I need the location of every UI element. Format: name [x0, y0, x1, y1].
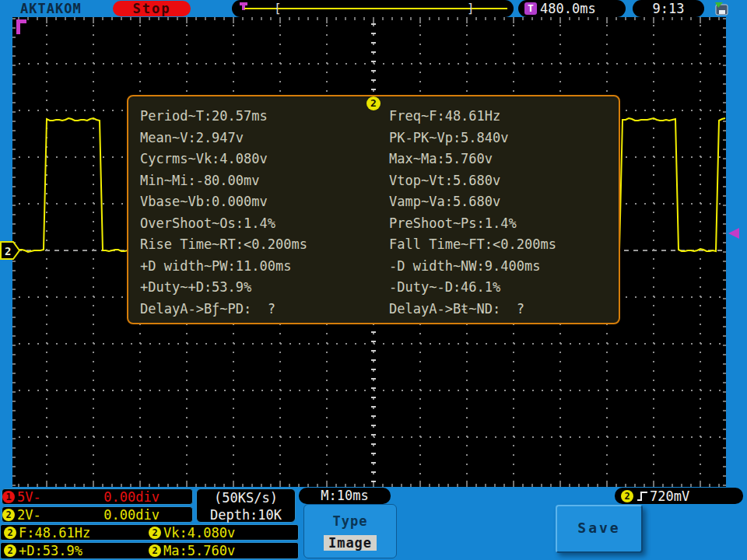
- measure-row: Vbase~Vb:0.000mvVamp~Va:5.680v: [140, 191, 556, 213]
- quick-measure-value: F:48.61Hz: [19, 525, 90, 541]
- save-button[interactable]: Save: [556, 505, 643, 553]
- channel1-badge: 1: [2, 491, 15, 503]
- channel1-scale: 5V-: [17, 489, 41, 505]
- acquisition-status-badge: Stop: [113, 1, 191, 16]
- memory-window-indicator: [ ]: [232, 0, 514, 17]
- measure-row: Period~T:20.57msFreq~F:48.61Hz: [140, 106, 556, 128]
- measure-row: DelayA->Bƒ~PD: ?DelayA->Bŧ~ND: ?: [140, 299, 556, 320]
- measure-row: +Duty~+D:53.9%-Duty~-D:46.1%: [140, 277, 556, 299]
- trigger-position-marker-icon: [16, 19, 30, 36]
- oscilloscope-screen: AKTAKOM Stop [ ] T 480.0ms 9:13 2: [0, 0, 747, 560]
- measure-channel-badge: 2: [4, 544, 16, 557]
- trigger-level-marker-icon: [726, 226, 742, 240]
- channel1-position: 0.00div: [103, 489, 160, 505]
- memory-depth: Depth:10K: [197, 506, 295, 523]
- type-menu-button[interactable]: Type Image: [303, 504, 397, 558]
- brand-logo: AKTAKOM: [20, 1, 82, 16]
- measure-channel-badge: 2: [4, 527, 16, 539]
- quick-measure-row: 2F:48.61Hz 2Vk:4.080v: [0, 524, 299, 541]
- measure-channel-badge: 2: [149, 527, 161, 539]
- trigger-icon: T: [524, 2, 537, 15]
- trigger-delay-readout: T 480.0ms: [518, 0, 626, 17]
- clock-readout: 9:13: [633, 0, 704, 17]
- trigger-level-readout: 2 720mV: [615, 488, 743, 504]
- quick-measure-row: 2+D:53.9% 2Ma:5.760v: [0, 542, 299, 559]
- quick-measure-value: +D:53.9%: [19, 543, 82, 558]
- measure-row: +D width~PW:11.00ms-D width~NW:9.400ms: [140, 256, 556, 278]
- measure-row: Rise Time~RT:<0.200msFall Time~FT:<0.200…: [140, 234, 556, 256]
- type-menu-selected-value[interactable]: Image: [324, 535, 377, 551]
- quick-measure-value: Vk:4.080v: [163, 525, 235, 541]
- window-right-bracket: ]: [467, 1, 475, 16]
- window-left-bracket: [: [274, 1, 282, 16]
- measure-channel-badge: 2: [149, 544, 161, 557]
- channel2-status-box: 2 2V- 0.00div: [2, 506, 193, 523]
- channel2-marker-label: 2: [5, 245, 11, 257]
- measure-row: Min~Mi:-80.00mvVtop~Vt:5.680v: [140, 170, 556, 192]
- trigger-source-badge: 2: [621, 490, 633, 502]
- channel2-scale: 2V-: [17, 507, 41, 523]
- measure-rows: Period~T:20.57msFreq~F:48.61Hz Mean~V:2.…: [140, 106, 556, 320]
- channel2-level-marker: 2: [0, 241, 21, 260]
- sample-rate: (50KS/s): [197, 489, 295, 506]
- acquisition-status-box: (50KS/s) Depth:10K: [196, 488, 296, 523]
- channel2-position: 0.00div: [103, 507, 160, 523]
- channel2-badge: 2: [2, 509, 15, 521]
- rising-edge-icon: [636, 490, 650, 502]
- type-menu-label: Type: [304, 513, 396, 529]
- measure-row: OverShoot~Os:1.4%PreShoot~Ps:1.4%: [140, 213, 556, 235]
- bottom-status-bar: 1 5V- 0.00div 2 2V- 0.00div (50KS/s) Dep…: [0, 487, 747, 560]
- timebase-readout: M:10ms: [299, 488, 391, 504]
- storage-disk-icon: [713, 1, 731, 16]
- trigger-level-value: 720mV: [650, 488, 689, 504]
- channel1-status-box: 1 5V- 0.00div: [2, 488, 193, 505]
- quick-measure-value: Ma:5.760v: [163, 543, 235, 558]
- measure-row: Cycrms~Vk:4.080vMax~Ma:5.760v: [140, 149, 556, 170]
- measure-row: Mean~V:2.947vPK-PK~Vp:5.840v: [140, 128, 556, 149]
- trigger-delay-value: 480.0ms: [540, 1, 596, 16]
- top-status-bar: AKTAKOM Stop [ ] T 480.0ms 9:13: [0, 0, 747, 17]
- auto-measure-panel: 2 Period~T:20.57msFreq~F:48.61Hz Mean~V:…: [127, 95, 620, 324]
- trigger-position-mini-icon: [239, 2, 250, 11]
